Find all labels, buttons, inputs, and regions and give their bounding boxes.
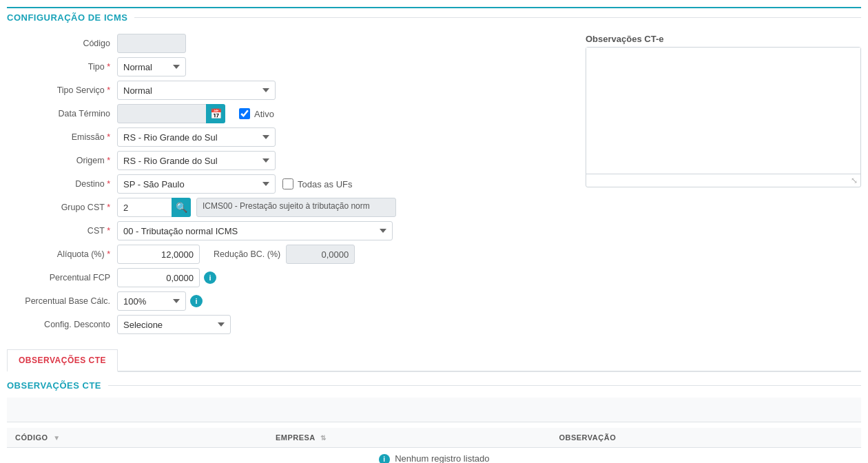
pbc-row: Percentual Base Cálc. 100% 75% 50% i [7,291,572,311]
pbc-select[interactable]: 100% 75% 50% [117,291,186,311]
fcp-info-icon[interactable]: i [204,271,216,284]
table-header-row: CÓDIGO ▼ EMPRESA ⇅ OBSERVAÇÃO [7,428,861,448]
codigo-input[interactable] [117,34,186,53]
pbc-info-icon[interactable]: i [190,295,203,307]
tipo-label: Tipo * [7,62,117,72]
data-termino-input[interactable] [117,104,207,123]
grupo-cst-search-button[interactable]: 🔍 [172,198,191,217]
observacoes-sub-section-title: OBSERVAÇÕES CTE [7,380,101,391]
cst-row: CST * 00 - Tributação normal ICMS 10 - T… [7,221,572,240]
origem-row: Origem * RS - Rio Grande do Sul SP - São… [7,151,572,170]
ativo-checkbox[interactable] [239,108,250,119]
data-termino-label: Data Término [7,109,117,119]
fcp-row: Percentual FCP i [7,268,572,287]
obs-cte-panel-header: Observações CT-e [586,34,861,44]
section-header-line [134,17,861,18]
section-title: CONFIGURAÇÃO DE ICMS [7,12,127,23]
aliquota-input[interactable] [117,245,200,264]
empty-message-cell: i Nenhum registro listado [7,448,861,464]
aliquota-label: Alíquota (%) * [7,249,117,259]
emissao-row: Emissão * RS - Rio Grande do Sul SP - Sã… [7,127,572,147]
tab-observacoes-cte[interactable]: OBSERVAÇÕES CTE [7,349,118,372]
table-head: CÓDIGO ▼ EMPRESA ⇅ OBSERVAÇÃO [7,428,861,448]
empty-info-icon: i [379,454,390,463]
col-codigo: CÓDIGO ▼ [7,428,267,448]
tipo-servico-label: Tipo Serviço * [7,85,117,95]
filter-row [7,398,861,422]
aliquota-row: Alíquota (%) * Redução BC. (%) [7,245,572,264]
ativo-row: Ativo [239,108,274,119]
obs-cte-box: ⤡ [586,47,861,187]
destino-label: Destino * [7,179,117,189]
calendar-button[interactable]: 📅 [206,104,225,123]
grupo-cst-description: ICMS00 - Prestação sujeito à tributação … [196,198,396,217]
todas-ufs-label: Todas as UFs [298,179,352,189]
sort-icon-empresa[interactable]: ⇅ [320,434,327,442]
tipo-select[interactable]: Normal Especial [117,57,186,76]
observacoes-table: CÓDIGO ▼ EMPRESA ⇅ OBSERVAÇÃO [7,428,861,463]
codigo-row: Código [7,34,572,53]
config-desconto-row: Config. Desconto Selecione Opção 1 Opção… [7,315,572,334]
obs-cte-resize-handle: ⤡ [586,174,860,187]
data-termino-row: Data Término 📅 Ativo [7,104,572,123]
fcp-input[interactable] [117,268,200,287]
page: CONFIGURAÇÃO DE ICMS Código Tipo * Norma… [0,0,868,463]
cst-label: CST * [7,226,117,236]
sort-icon-codigo[interactable]: ▼ [53,434,60,442]
empty-message-row: i Nenhum registro listado [7,448,861,464]
col-empresa: EMPRESA ⇅ [267,428,551,448]
reducao-bc-label: Redução BC. (%) [214,249,280,259]
destino-row: Destino * SP - São Paulo RS - Rio Grande… [7,174,572,194]
tipo-row: Tipo * Normal Especial [7,57,572,76]
grupo-cst-input[interactable] [117,198,172,217]
tipo-servico-row: Tipo Serviço * Normal Subcontratação Red… [7,81,572,100]
cst-select[interactable]: 00 - Tributação normal ICMS 10 - Tributa… [117,221,393,240]
obs-cte-panel: Observações CT-e ⤡ [586,34,861,338]
config-desconto-label: Config. Desconto [7,320,117,329]
emissao-select[interactable]: RS - Rio Grande do Sul SP - São Paulo MG… [117,127,276,147]
obs-cte-textarea[interactable] [586,48,860,172]
todas-ufs-row: Todas as UFs [282,178,352,189]
resize-icon: ⤡ [851,176,858,185]
tab-header: OBSERVAÇÕES CTE [7,349,861,372]
grupo-cst-row: Grupo CST * 🔍 ICMS00 - Prestação sujeito… [7,198,572,217]
pbc-label: Percentual Base Cálc. [7,296,117,306]
form-section: Código Tipo * Normal Especial Tipo Servi… [7,34,572,338]
observacoes-sub-section-line [108,385,861,386]
tabs-container: OBSERVAÇÕES CTE OBSERVAÇÕES CTE CÓDIGO ▼ [7,349,861,463]
table-body: i Nenhum registro listado [7,448,861,464]
tipo-servico-select[interactable]: Normal Subcontratação Redespacho Redespa… [117,81,276,100]
fcp-label: Percentual FCP [7,273,117,282]
origem-select[interactable]: RS - Rio Grande do Sul SP - São Paulo MG… [117,151,276,170]
col-observacao: OBSERVAÇÃO [550,428,861,448]
codigo-label: Código [7,39,117,48]
todas-ufs-checkbox[interactable] [282,178,293,189]
ativo-label: Ativo [254,109,274,119]
origem-label: Origem * [7,156,117,165]
tab-content: OBSERVAÇÕES CTE CÓDIGO ▼ EMPRESA ⇅ [7,372,861,463]
data-termino-group: 📅 [117,104,225,123]
destino-select[interactable]: SP - São Paulo RS - Rio Grande do Sul MG… [117,174,276,194]
config-desconto-select[interactable]: Selecione Opção 1 Opção 2 [117,315,231,334]
main-layout: Código Tipo * Normal Especial Tipo Servi… [7,34,861,338]
grupo-cst-group: 🔍 ICMS00 - Prestação sujeito à tributaçã… [117,198,396,217]
reducao-bc-input[interactable] [286,245,355,264]
grupo-cst-label: Grupo CST * [7,203,117,212]
emissao-label: Emissão * [7,132,117,142]
observacoes-sub-section-header: OBSERVAÇÕES CTE [7,380,861,391]
section-header: CONFIGURAÇÃO DE ICMS [7,7,861,27]
